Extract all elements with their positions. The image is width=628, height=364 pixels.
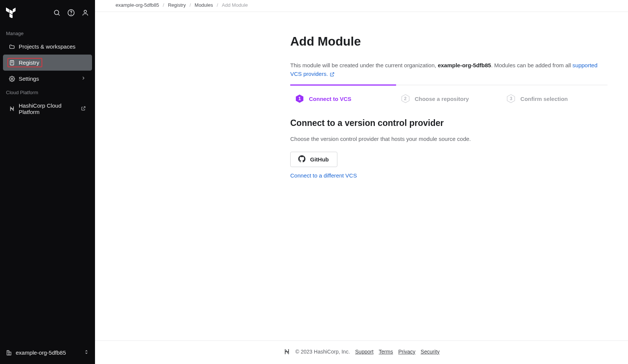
step-connect-vcs[interactable]: 1 Connect to VCS [290, 85, 396, 103]
desc-text: This module will be created under the cu… [290, 62, 438, 68]
breadcrumb-modules[interactable]: Modules [194, 2, 213, 8]
sidebar: Manage Projects & workspaces Registry Se… [0, 0, 95, 364]
step-label: Connect to VCS [309, 96, 351, 102]
user-icon[interactable] [82, 9, 89, 16]
section-heading: Connect to a version control provider [290, 118, 607, 128]
sidebar-item-settings[interactable]: Settings [3, 72, 92, 85]
help-icon[interactable] [67, 9, 75, 16]
footer-privacy-link[interactable]: Privacy [398, 349, 416, 355]
section-label-cloud: Cloud Platform [0, 86, 95, 98]
step-indicator [502, 84, 607, 86]
hexagon-icon: 1 [295, 94, 304, 103]
step-indicator [290, 84, 396, 86]
sidebar-item-label: Projects & workspaces [19, 43, 86, 50]
button-label: GitHub [310, 156, 329, 163]
footer-terms-link[interactable]: Terms [379, 349, 393, 355]
organization-icon [6, 350, 12, 356]
folder-icon [9, 44, 15, 50]
sidebar-item-hcp[interactable]: HashiCorp Cloud Platform [3, 99, 92, 118]
breadcrumb: example-org-5dfb85 / Registry / Modules … [95, 0, 628, 12]
page-description: This module will be created under the cu… [290, 61, 607, 78]
svg-line-1 [58, 14, 60, 16]
sidebar-item-projects[interactable]: Projects & workspaces [3, 40, 92, 53]
step-number: 2 [404, 96, 407, 101]
footer-security-link[interactable]: Security [421, 349, 440, 355]
hashicorp-icon [284, 348, 290, 355]
section-label-manage: Manage [0, 27, 95, 39]
step-label: Confirm selection [520, 96, 568, 102]
sidebar-item-label: HashiCorp Cloud Platform [19, 102, 77, 115]
footer: © 2023 HashiCorp, Inc. Support Terms Pri… [95, 340, 628, 364]
breadcrumb-separator: / [163, 2, 164, 8]
hexagon-icon: 3 [507, 94, 515, 103]
main-content: example-org-5dfb85 / Registry / Modules … [95, 0, 628, 364]
desc-text: . Modules can be added from all [491, 62, 573, 68]
footer-copyright: © 2023 HashiCorp, Inc. [295, 349, 350, 355]
footer-support-link[interactable]: Support [355, 349, 374, 355]
desc-org: example-org-5dfb85 [438, 62, 491, 68]
page-title: Add Module [290, 34, 607, 49]
section-description: Choose the version control provider that… [290, 136, 607, 142]
gear-icon [9, 76, 15, 82]
github-icon [298, 155, 306, 164]
github-button[interactable]: GitHub [290, 152, 337, 167]
hexagon-icon: 2 [401, 94, 410, 103]
svg-rect-10 [9, 352, 11, 355]
sidebar-header [0, 0, 95, 27]
terraform-logo-icon[interactable] [6, 7, 16, 18]
breadcrumb-current: Add Module [222, 2, 248, 8]
connect-different-vcs-link[interactable]: Connect to a different VCS [290, 172, 607, 179]
search-icon[interactable] [53, 9, 61, 16]
external-link-icon [330, 72, 335, 77]
breadcrumb-separator: / [190, 2, 191, 8]
step-confirm: 3 Confirm selection [502, 85, 607, 103]
step-label: Choose a repository [415, 96, 469, 102]
stepper: 1 Connect to VCS 2 Choose a repository [290, 85, 607, 103]
svg-point-8 [11, 78, 13, 80]
svg-point-3 [71, 14, 71, 15]
breadcrumb-registry[interactable]: Registry [168, 2, 186, 8]
step-number: 3 [510, 96, 512, 101]
sidebar-item-label: Registry [19, 59, 39, 66]
step-choose-repo: 2 Choose a repository [396, 85, 502, 103]
sidebar-item-label: Settings [19, 75, 77, 82]
breadcrumb-org[interactable]: example-org-5dfb85 [116, 2, 159, 8]
sidebar-item-registry[interactable]: Registry [3, 55, 92, 71]
breadcrumb-separator: / [217, 2, 218, 8]
chevron-up-down-icon [84, 349, 89, 356]
step-number: 1 [298, 96, 301, 101]
org-name: example-org-5dfb85 [16, 349, 80, 356]
hashicorp-icon [9, 106, 15, 112]
org-switcher[interactable]: example-org-5dfb85 [0, 344, 95, 364]
external-link-icon [81, 106, 86, 112]
step-indicator [396, 84, 502, 86]
svg-point-4 [84, 10, 87, 13]
chevron-right-icon [81, 75, 86, 82]
registry-icon [9, 60, 15, 66]
svg-point-0 [54, 10, 59, 15]
